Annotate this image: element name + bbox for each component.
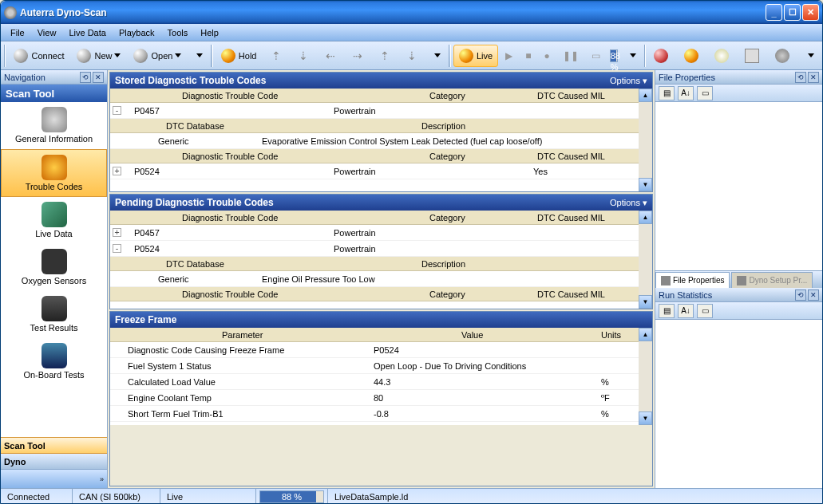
page-icon xyxy=(745,49,759,63)
grip[interactable] xyxy=(211,45,212,67)
scroll-down[interactable]: ▼ xyxy=(639,295,652,309)
stored-options[interactable]: Options ▾ xyxy=(610,76,647,86)
pin-button[interactable]: ⟲ xyxy=(795,289,806,301)
scrollbar[interactable]: ▲▼ xyxy=(639,89,652,191)
scroll-up[interactable]: ▲ xyxy=(639,328,652,341)
scroll-up[interactable]: ▲ xyxy=(639,211,652,224)
sort-button[interactable]: A↓ xyxy=(678,86,694,100)
arrow-btn-5[interactable]: ⇡ xyxy=(372,45,398,67)
record-button[interactable]: ● xyxy=(538,45,555,67)
categorize-button[interactable]: ▤ xyxy=(659,304,675,318)
info-icon xyxy=(42,107,67,132)
panel-close-button[interactable]: ✕ xyxy=(93,72,104,83)
stored-row-p0457[interactable]: - P0457 Powertrain xyxy=(110,103,652,119)
hold-button[interactable]: Hold xyxy=(216,45,263,67)
minimize-button[interactable]: _ xyxy=(766,4,782,21)
menu-playback[interactable]: Playback xyxy=(113,26,161,39)
arrow-btn-1[interactable]: ⇡ xyxy=(263,45,289,67)
tool-btn-2[interactable] xyxy=(679,45,707,67)
props-button[interactable]: ▭ xyxy=(697,86,713,100)
arrow-btn-2[interactable]: ⇣ xyxy=(291,45,316,67)
arrow-icon: ⇢ xyxy=(350,49,365,63)
panel-close-button[interactable]: ✕ xyxy=(808,72,819,83)
pending-row-p0524[interactable]: - P0524 Powertrain xyxy=(110,241,652,257)
expand-button[interactable]: + xyxy=(113,228,121,237)
pending-row-p0457[interactable]: + P0457 Powertrain xyxy=(110,225,652,241)
props-button[interactable]: ▭ xyxy=(697,304,713,318)
dropdown-button[interactable] xyxy=(800,45,820,67)
live-button[interactable]: Live xyxy=(453,45,498,67)
scrollbar[interactable]: ▲▼ xyxy=(639,211,652,309)
tab-file-properties[interactable]: File Properties xyxy=(655,272,730,288)
stored-columns-2: Diagnostic Trouble Code Category DTC Cau… xyxy=(110,149,652,163)
stored-columns: Diagnostic Trouble Code Category DTC Cau… xyxy=(110,89,652,103)
freeze-row[interactable]: Short Term Fuel Trim-B1-0.8% xyxy=(110,406,652,422)
nav-oxygen-sensors[interactable]: Oxygen Sensors xyxy=(1,244,107,291)
arrow-btn-3[interactable]: ⇠ xyxy=(318,45,343,67)
runstats-header: Run Statistics ⟲ ✕ xyxy=(655,288,822,302)
arrow-icon: ⇠ xyxy=(323,49,338,63)
arrow-btn-4[interactable]: ⇢ xyxy=(345,45,370,67)
categorize-button[interactable]: ▤ xyxy=(659,86,675,100)
pin-button[interactable]: ⟲ xyxy=(795,72,806,83)
grip[interactable] xyxy=(644,45,646,67)
nav-live-data[interactable]: Live Data xyxy=(1,197,107,244)
connect-button[interactable]: Connect xyxy=(8,45,69,67)
dropdown-icon xyxy=(175,53,181,57)
stored-row-p0524[interactable]: + P0524 Powertrain Yes xyxy=(110,163,652,179)
menu-tools[interactable]: Tools xyxy=(161,26,195,39)
menu-file[interactable]: File xyxy=(4,26,31,39)
nav-test-results[interactable]: Test Results xyxy=(1,291,107,338)
close-button[interactable]: ✕ xyxy=(802,4,819,21)
scroll-down[interactable]: ▼ xyxy=(639,178,652,191)
maximize-button[interactable]: ☐ xyxy=(784,4,801,21)
tool-btn-1[interactable] xyxy=(648,45,677,67)
live-data-icon xyxy=(42,202,67,227)
nav-accordion-scantool[interactable]: Scan Tool xyxy=(1,437,107,453)
nav-trouble-codes[interactable]: Trouble Codes xyxy=(1,149,107,197)
freeze-row[interactable]: Calculated Load Value44.3% xyxy=(110,374,652,390)
grip[interactable] xyxy=(449,45,450,67)
expand-button[interactable]: + xyxy=(113,167,121,175)
stop-button[interactable]: ■ xyxy=(520,45,536,67)
freeze-row[interactable]: Fuel System 1 StatusOpen Loop - Due To D… xyxy=(110,358,652,374)
dropdown-button[interactable] xyxy=(426,45,446,67)
dropdown-button[interactable] xyxy=(188,45,208,67)
freeze-row[interactable]: Engine Coolant Temp80ºF xyxy=(110,390,652,406)
tool-btn-3[interactable] xyxy=(739,45,768,67)
fileprops-pane xyxy=(655,102,822,270)
open-button[interactable]: Open xyxy=(128,45,187,67)
panel-close-button[interactable]: ✕ xyxy=(808,289,819,301)
new-button[interactable]: New xyxy=(71,45,126,67)
search-btn[interactable] xyxy=(709,45,738,67)
sort-button[interactable]: A↓ xyxy=(678,304,694,318)
dropdown-button[interactable] xyxy=(622,45,642,67)
tab-dyno-setup[interactable]: Dyno Setup Pr... xyxy=(731,272,813,288)
scroll-up[interactable]: ▲ xyxy=(639,89,652,102)
play-button[interactable]: ▶ xyxy=(500,45,518,67)
menu-livedata[interactable]: Live Data xyxy=(62,26,112,39)
scroll-down[interactable]: ▼ xyxy=(639,411,652,425)
pause-button[interactable]: ❚❚ xyxy=(557,45,584,67)
pin-button[interactable]: ⟲ xyxy=(80,72,91,83)
nav-general-information[interactable]: General Information xyxy=(1,102,107,149)
scrollbar[interactable]: ▲▼ xyxy=(639,328,652,425)
nav-accordion-dyno[interactable]: Dyno xyxy=(1,453,107,469)
menu-view[interactable]: View xyxy=(31,26,63,39)
menu-help[interactable]: Help xyxy=(194,26,225,39)
nav-onboard-tests[interactable]: On-Board Tests xyxy=(1,338,107,385)
grip[interactable] xyxy=(4,45,6,67)
freeze-row[interactable]: Long Term Fuel Trim-B14.7% xyxy=(110,422,652,425)
dropdown-icon xyxy=(114,53,121,57)
arrow-btn-6[interactable]: ⇣ xyxy=(399,45,425,67)
pending-dtc-section: Pending Diagnostic Trouble CodesOptions … xyxy=(109,194,653,309)
right-tabs: File Properties Dyno Setup Pr... xyxy=(655,270,822,288)
freeze-row[interactable]: Diagnostic Code Causing Freeze FrameP052… xyxy=(110,342,652,358)
pending-detail-row[interactable]: Generic Engine Oil Pressure Too Low xyxy=(110,271,652,287)
stored-detail-row[interactable]: Generic Evaporative Emission Control Sys… xyxy=(110,133,652,149)
pending-options[interactable]: Options ▾ xyxy=(610,198,647,208)
settings-btn[interactable] xyxy=(770,45,798,67)
collapse-button[interactable]: - xyxy=(113,244,121,253)
collapse-button[interactable]: - xyxy=(113,106,121,115)
counter-button[interactable]: ▭ xyxy=(586,45,606,67)
